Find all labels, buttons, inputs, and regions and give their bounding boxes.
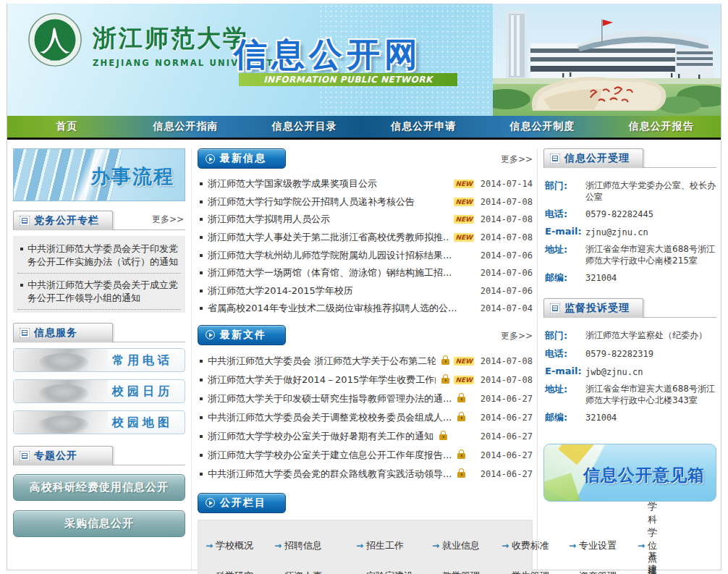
- field-value: 浙江师范大学党委办公室、校长办公室: [585, 180, 716, 203]
- work-flow-banner[interactable]: 办事流程: [13, 148, 185, 201]
- nav-item-home[interactable]: 首页: [7, 116, 126, 138]
- news-item-title[interactable]: 浙江师范大学行知学院公开招聘人员递补考核公告: [208, 195, 415, 208]
- nav-item-guide[interactable]: 信息公开指南: [126, 116, 245, 138]
- suggestion-box-banner[interactable]: 信息公开意见箱: [543, 444, 716, 502]
- accept-section-title: 信息公开受理: [564, 152, 630, 165]
- lock-icon: [441, 378, 449, 384]
- nav-item-policy[interactable]: 信息公开制度: [483, 116, 601, 138]
- file-item-title[interactable]: 中共浙江师范大学委员会党的群众路线教育实践活动领导...: [208, 468, 452, 481]
- table-row[interactable]: 中共浙江师范大学委员会 浙江师范大学关于公布第二轮... NEW 2014-07…: [198, 352, 533, 371]
- bullet-icon: [200, 454, 203, 457]
- party-item-title[interactable]: 中共浙江师范大学委员会关于印发党务公开工作实施办法（试行）的通知: [27, 242, 181, 269]
- file-item-title[interactable]: 浙江师范大学关于印发硕士研究生指导教师管理办法的通...: [208, 392, 452, 405]
- file-item-date: 2014-06-27: [478, 394, 533, 404]
- party-item-title[interactable]: 中共浙江师范大学委员会关于成立党务公开工作领导小组的通知: [27, 279, 181, 305]
- service-link-label: 常用电话: [112, 353, 173, 368]
- nav-item-catalog[interactable]: 信息公开目录: [245, 116, 364, 138]
- bullet-icon: [200, 360, 203, 363]
- column-link[interactable]: →招聘信息: [274, 531, 356, 561]
- nav-item-report[interactable]: 信息公开报告: [602, 116, 721, 138]
- field-value[interactable]: zjnu@zjnu.cn: [585, 226, 648, 238]
- files-title: 最新文件: [220, 329, 266, 342]
- arrow-icon: →: [501, 571, 509, 574]
- service-link-map[interactable]: 校园地图: [13, 410, 185, 434]
- column-link[interactable]: →学校概况: [206, 531, 274, 561]
- file-item-title[interactable]: 中共浙江师范大学委员会关于调整党校校务委员会组成人...: [208, 411, 452, 424]
- news-item-title[interactable]: 浙江师范大学拟聘用人员公示: [208, 213, 330, 226]
- field-label: 邮编:: [545, 411, 585, 424]
- table-row[interactable]: 中共浙江师范大学委员会党的群众路线教育实践活动领导... 2014-06-27: [198, 465, 533, 484]
- news-item-title[interactable]: 浙江师范大学2014-2015学年校历: [208, 284, 353, 297]
- main-nav: 首页 信息公开指南 信息公开目录 信息公开申请 信息公开制度 信息公开报告: [7, 116, 721, 140]
- news-more-link[interactable]: 更多>>: [501, 153, 533, 169]
- column-link[interactable]: →师资人事: [274, 561, 356, 574]
- nav-item-apply[interactable]: 信息公开申请: [364, 116, 483, 138]
- special-button-label: 高校科研经费使用信息公开: [30, 481, 169, 494]
- column-link[interactable]: →科学研究: [206, 561, 274, 574]
- column-link[interactable]: →招生工作: [356, 531, 432, 561]
- table-row[interactable]: 中共浙江师范大学委员会关于调整党校校务委员会组成人... 2014-06-27: [198, 408, 533, 427]
- bullet-icon: [20, 284, 23, 287]
- university-logo-icon: 1956: [27, 12, 82, 67]
- lock-icon: [441, 359, 449, 365]
- play-circle-icon: [206, 154, 215, 164]
- table-row[interactable]: 浙江师范大学国家级教学成果奖项目公示 NEW 2014-07-14: [198, 175, 533, 193]
- file-item-title[interactable]: 浙江师范大学关于做好2014－2015学年学生收费工作的通...: [208, 373, 436, 387]
- table-row[interactable]: 浙江师范大学学校办公室关于做好暑期有关工作的通知 2014-06-27: [198, 427, 533, 446]
- document-icon: [550, 303, 560, 313]
- column-link[interactable]: →就业信息: [432, 531, 501, 561]
- bullet-icon: [200, 397, 203, 400]
- table-row[interactable]: 浙江师范大学人事处关于第二批浙江省高校优秀教师拟推... NEW 2014-07…: [198, 229, 533, 247]
- news-item-title[interactable]: 省属高校2014年专业技术二级岗位审核推荐拟聘人选的公...: [208, 302, 457, 315]
- column-link[interactable]: →实验室建设: [356, 561, 432, 574]
- news-item-title[interactable]: 浙江师范大学人事处关于第二批浙江省高校优秀教师拟推...: [208, 231, 449, 244]
- lock-icon: [457, 397, 465, 402]
- file-item-title[interactable]: 中共浙江师范大学委员会 浙江师范大学关于公布第二轮...: [208, 355, 436, 368]
- file-item-title[interactable]: 浙江师范大学学校办公室关于做好暑期有关工作的通知: [208, 430, 433, 443]
- table-row[interactable]: 浙江师范大学一场两馆（体育馆、游泳馆）钢结构施工招... 2014-07-06: [198, 264, 533, 282]
- columns-box: →学校概况 →招聘信息 →招生工作 →就业信息 →收费标准 →专业设置 →学科学…: [198, 520, 533, 574]
- news-item-title[interactable]: 浙江师范大学一场两馆（体育馆、游泳馆）钢结构施工招...: [208, 266, 452, 279]
- service-link-phone[interactable]: 常用电话: [13, 348, 185, 372]
- news-item-title[interactable]: 浙江师范大学杭州幼儿师范学院附属幼儿园设计招标结果...: [208, 249, 452, 262]
- arrow-icon: →: [432, 571, 439, 574]
- document-icon: [550, 153, 560, 164]
- table-row[interactable]: 浙江师范大学行知学院公开招聘人员递补考核公告 NEW 2014-07-08: [198, 193, 533, 211]
- table-row[interactable]: 浙江师范大学杭州幼儿师范学院附属幼儿园设计招标结果... 2014-07-06: [198, 246, 533, 264]
- news-item-date: 2014-07-08: [478, 214, 533, 224]
- complaint-section-header: 监督投诉受理: [543, 298, 716, 318]
- files-header: 最新文件 更多>>: [198, 325, 533, 345]
- field-label: 部门:: [545, 329, 585, 342]
- table-row[interactable]: 浙江师范大学学校办公室关于建立信息公开工作年度报告... 2014-06-27: [198, 446, 533, 465]
- arrow-icon: →: [274, 541, 282, 551]
- party-list: 中共浙江师范大学委员会关于印发党务公开工作实施办法（试行）的通知 中共浙江师范大…: [13, 236, 185, 313]
- arrow-icon: →: [638, 571, 645, 574]
- party-more-link[interactable]: 更多>>: [152, 214, 184, 226]
- special-section-tab: 专题公开: [13, 446, 113, 465]
- files-more-link[interactable]: 更多>>: [501, 330, 533, 345]
- procurement-button[interactable]: 采购信息公开: [13, 510, 185, 537]
- table-row[interactable]: 浙江师范大学关于做好2014－2015学年学生收费工作的通... NEW 201…: [198, 371, 533, 389]
- party-section-title: 党务公开专栏: [34, 214, 99, 227]
- field-value[interactable]: jwb@zjnu.cn: [585, 366, 643, 378]
- site-subtitle-bar: INFORMATION PUBLIC NETWORK: [239, 73, 457, 86]
- table-row[interactable]: 浙江师范大学关于印发硕士研究生指导教师管理办法的通... 2014-06-27: [198, 389, 533, 408]
- bullet-icon: [200, 435, 203, 438]
- service-link-calendar[interactable]: 校园日历: [13, 379, 185, 403]
- news-item-date: 2014-07-06: [478, 250, 533, 261]
- column-link[interactable]: →教学管理: [432, 561, 501, 574]
- research-funds-button[interactable]: 高校科研经费使用信息公开: [13, 474, 185, 501]
- campus-photo: [493, 4, 721, 116]
- table-row[interactable]: 省属高校2014年专业技术二级岗位审核推荐拟聘人选的公... 2014-07-0…: [198, 300, 533, 318]
- field-label: E-mail:: [545, 226, 585, 238]
- bullet-icon: [200, 236, 203, 239]
- news-item-date: 2014-07-04: [478, 303, 533, 313]
- bullet-icon: [20, 248, 23, 250]
- table-row[interactable]: 浙江师范大学拟聘用人员公示 NEW 2014-07-08: [198, 211, 533, 229]
- file-item-title[interactable]: 浙江师范大学学校办公室关于建立信息公开工作年度报告...: [208, 449, 452, 462]
- table-row[interactable]: 浙江师范大学2014-2015学年校历 2014-07-06: [198, 282, 533, 300]
- news-item-title[interactable]: 浙江师范大学国家级教学成果奖项目公示: [208, 177, 377, 190]
- list-item[interactable]: 中共浙江师范大学委员会关于印发党务公开工作实施办法（试行）的通知: [17, 237, 181, 274]
- list-item[interactable]: 中共浙江师范大学委员会关于成立党务公开工作领导小组的通知: [17, 274, 181, 310]
- document-icon: [20, 451, 30, 461]
